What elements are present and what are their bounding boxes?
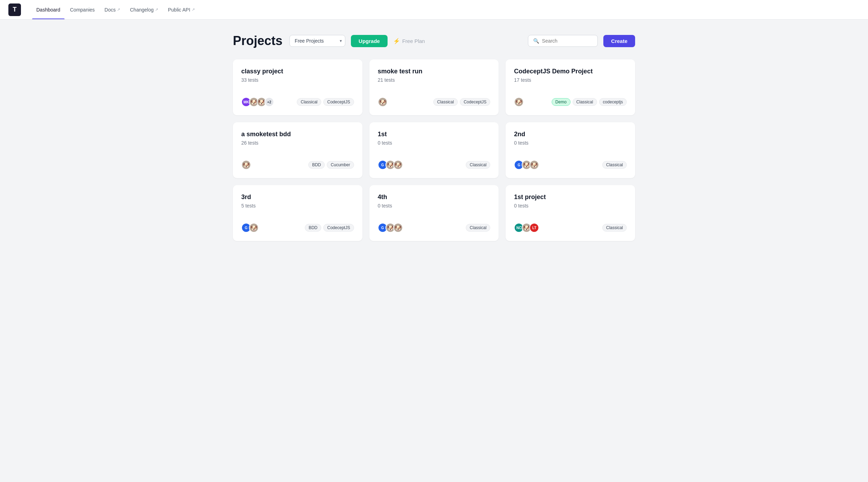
project-name: 2nd xyxy=(514,131,627,138)
project-tests: 17 tests xyxy=(514,77,627,83)
project-tags: Classical xyxy=(466,224,490,232)
project-name: smoke test run xyxy=(378,68,491,75)
avatar-group: 🐶 xyxy=(378,97,388,107)
project-tag: Classical xyxy=(573,98,597,106)
project-dropdown[interactable]: Free Projects xyxy=(289,35,345,47)
avatar: 🐶 xyxy=(378,97,388,107)
project-tag: Classical xyxy=(433,98,458,106)
project-footer: 🐶ClassicalCodeceptJS xyxy=(378,97,491,107)
project-tests: 33 tests xyxy=(241,77,354,83)
avatar-group: G🐶🐶 xyxy=(378,223,403,233)
project-tags: Classical xyxy=(602,224,627,232)
project-footer: MK🐶🐶+2ClassicalCodeceptJS xyxy=(241,97,354,107)
projects-grid: classy project33 testsMK🐶🐶+2ClassicalCod… xyxy=(233,59,635,241)
avatar: 🐶 xyxy=(249,223,259,233)
project-tests: 0 tests xyxy=(378,140,491,146)
project-footer: 🐶DemoClassicalcodeceptjs xyxy=(514,97,627,107)
avatar-group: G🐶 xyxy=(241,223,259,233)
project-selector: Free Projects ▾ xyxy=(289,35,345,47)
project-name: 4th xyxy=(378,193,491,201)
avatar-group: NC🐶LT xyxy=(514,223,539,233)
avatar-group: MK🐶🐶+2 xyxy=(241,97,274,107)
project-tests: 0 tests xyxy=(378,203,491,209)
external-link-icon: ↗ xyxy=(155,7,158,12)
nav-item-public-api[interactable]: Public API ↗ xyxy=(164,0,199,19)
project-tests: 21 tests xyxy=(378,77,491,83)
nav-item-companies[interactable]: Companies xyxy=(66,0,99,19)
project-tag: Classical xyxy=(602,161,627,169)
project-tag: Classical xyxy=(297,98,321,106)
nav-item-dashboard[interactable]: Dashboard xyxy=(32,0,65,19)
project-tag: CodeceptJS xyxy=(323,224,354,232)
project-tests: 5 tests xyxy=(241,203,354,209)
project-footer: G🐶🐶Classical xyxy=(514,160,627,170)
project-tag: Classical xyxy=(466,161,490,169)
project-tags: BDDCodeceptJS xyxy=(305,224,354,232)
project-tag: Cucumber xyxy=(327,161,354,169)
avatar: LT xyxy=(529,223,539,233)
search-box: 🔍 xyxy=(528,35,598,47)
project-name: a smoketest bdd xyxy=(241,131,354,138)
project-card[interactable]: 2nd0 testsG🐶🐶Classical xyxy=(506,122,635,178)
project-footer: G🐶🐶Classical xyxy=(378,160,491,170)
project-footer: G🐶🐶Classical xyxy=(378,223,491,233)
main-content: Projects Free Projects ▾ Upgrade ⚡ Free … xyxy=(225,20,643,255)
create-button[interactable]: Create xyxy=(603,35,635,47)
project-card[interactable]: smoke test run21 tests🐶ClassicalCodecept… xyxy=(369,59,499,115)
project-tag: codeceptjs xyxy=(599,98,627,106)
avatar-group: 🐶 xyxy=(241,160,251,170)
search-icon: 🔍 xyxy=(533,38,539,44)
project-tags: Classical xyxy=(466,161,490,169)
project-tag: CodeceptJS xyxy=(323,98,354,106)
project-name: classy project xyxy=(241,68,354,75)
avatar: 🐶 xyxy=(393,223,403,233)
project-tags: Classical xyxy=(602,161,627,169)
search-input[interactable] xyxy=(542,38,591,44)
lightning-icon: ⚡ xyxy=(393,38,400,44)
project-tag: CodeceptJS xyxy=(460,98,490,106)
app-logo[interactable]: T xyxy=(8,3,21,16)
avatar-group: G🐶🐶 xyxy=(378,160,403,170)
project-name: 1st project xyxy=(514,193,627,201)
avatar: 🐶 xyxy=(241,160,251,170)
free-plan-button[interactable]: ⚡ Free Plan xyxy=(393,38,425,44)
project-card[interactable]: CodeceptJS Demo Project17 tests🐶DemoClas… xyxy=(506,59,635,115)
project-footer: G🐶BDDCodeceptJS xyxy=(241,223,354,233)
project-tag: BDD xyxy=(308,161,325,169)
nav-items: Dashboard Companies Docs ↗ Changelog ↗ P… xyxy=(32,0,199,19)
project-tags: BDDCucumber xyxy=(308,161,354,169)
nav-item-docs[interactable]: Docs ↗ xyxy=(100,0,124,19)
project-tag: Classical xyxy=(602,224,627,232)
avatar-group: 🐶 xyxy=(514,97,524,107)
avatar-group: G🐶🐶 xyxy=(514,160,539,170)
project-card[interactable]: classy project33 testsMK🐶🐶+2ClassicalCod… xyxy=(233,59,362,115)
project-name: 3rd xyxy=(241,193,354,201)
avatar: 🐶 xyxy=(514,97,524,107)
project-tests: 0 tests xyxy=(514,203,627,209)
project-tags: DemoClassicalcodeceptjs xyxy=(552,98,627,106)
project-tags: ClassicalCodeceptJS xyxy=(433,98,490,106)
upgrade-button[interactable]: Upgrade xyxy=(351,35,388,47)
project-tests: 26 tests xyxy=(241,140,354,146)
project-card[interactable]: 1st project0 testsNC🐶LTClassical xyxy=(506,185,635,241)
external-link-icon: ↗ xyxy=(192,7,195,12)
project-name: CodeceptJS Demo Project xyxy=(514,68,627,75)
project-footer: NC🐶LTClassical xyxy=(514,223,627,233)
project-card[interactable]: 1st0 testsG🐶🐶Classical xyxy=(369,122,499,178)
avatar: +2 xyxy=(264,97,274,107)
project-footer: 🐶BDDCucumber xyxy=(241,160,354,170)
page-title: Projects xyxy=(233,34,282,48)
project-tags: ClassicalCodeceptJS xyxy=(297,98,354,106)
project-tag: Classical xyxy=(466,224,490,232)
external-link-icon: ↗ xyxy=(117,7,120,12)
project-tag: BDD xyxy=(305,224,321,232)
page-header: Projects Free Projects ▾ Upgrade ⚡ Free … xyxy=(233,34,635,48)
avatar: 🐶 xyxy=(529,160,539,170)
project-card[interactable]: 4th0 testsG🐶🐶Classical xyxy=(369,185,499,241)
project-tag: Demo xyxy=(552,98,571,106)
project-card[interactable]: a smoketest bdd26 tests🐶BDDCucumber xyxy=(233,122,362,178)
project-card[interactable]: 3rd5 testsG🐶BDDCodeceptJS xyxy=(233,185,362,241)
avatar: 🐶 xyxy=(393,160,403,170)
navbar: T Dashboard Companies Docs ↗ Changelog ↗… xyxy=(0,0,868,20)
nav-item-changelog[interactable]: Changelog ↗ xyxy=(126,0,162,19)
